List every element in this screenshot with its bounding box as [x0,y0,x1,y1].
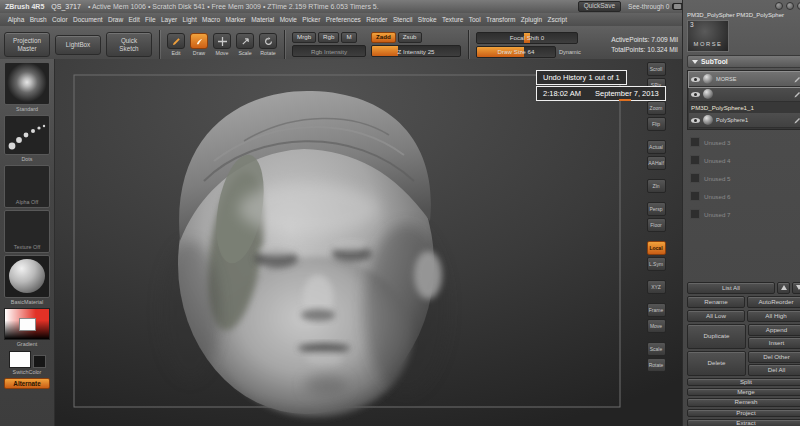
delete-button[interactable]: Delete [687,351,746,376]
unused-slot-row[interactable]: Unused 5 [687,169,800,187]
draw-size-slider[interactable]: Draw Size 64 [476,46,556,58]
insert-button[interactable]: Insert [748,337,800,349]
menu-item[interactable]: Texture [439,16,466,23]
menu-item[interactable]: Preferences [323,16,363,23]
z-intensity-slider[interactable]: Z Intensity 25 [371,45,461,57]
zadd-button[interactable]: Zadd [371,32,396,43]
subtool-up-button[interactable] [777,282,790,294]
menu-item[interactable]: Material [248,16,277,23]
visibility-eye-icon[interactable] [691,76,700,83]
edit-mode-control[interactable]: Edit [167,33,185,56]
rotate-arrow-icon[interactable] [259,33,277,49]
quicksave-button[interactable]: QuickSave [578,1,621,12]
alternate-button[interactable]: Alternate [4,378,50,389]
color-picker[interactable] [4,308,50,340]
right-shelf-button[interactable]: Zoom [647,101,666,115]
paint-pen-icon[interactable] [794,117,800,124]
m-button[interactable]: M [341,32,356,43]
subtool-section-header[interactable]: SubTool [687,55,800,68]
right-shelf-button[interactable]: ZIn [647,179,666,193]
append-button[interactable]: Append [748,324,800,336]
scale-arrow-icon[interactable] [236,33,254,49]
right-shelf-button[interactable]: Scale [647,342,666,356]
subtool-row-selected[interactable]: MORSE [689,72,800,87]
menu-item[interactable]: Render [364,16,391,23]
menu-item[interactable]: File [142,16,158,23]
rgb-button[interactable]: Rgb [318,32,339,43]
merge-button[interactable]: Merge [687,388,800,396]
visibility-eye-icon[interactable] [691,91,700,98]
menu-item[interactable]: Stencil [390,16,415,23]
menu-item[interactable]: Zplugin [518,16,545,23]
move-arrows-icon[interactable] [213,33,231,49]
paint-pen-icon[interactable] [794,91,800,98]
right-shelf-button[interactable]: Actual [647,140,666,154]
menu-item[interactable]: Marker [223,16,249,23]
right-shelf-button[interactable]: Persp [647,202,666,216]
current-material-thumbnail[interactable] [4,255,50,298]
lightbox-button[interactable]: LightBox [55,35,101,55]
menu-item[interactable]: Document [70,16,105,23]
right-shelf-button[interactable]: L.Sym [647,257,666,271]
current-brush-thumbnail[interactable] [4,62,50,105]
del-other-button[interactable]: Del Other [748,351,800,363]
remesh-button[interactable]: Remesh [687,398,800,406]
unused-slot-row[interactable]: Unused 3 [687,133,800,151]
right-shelf-button[interactable]: Rotate [647,358,666,372]
color-picker-inner-swatch[interactable] [19,318,36,331]
right-shelf-button[interactable]: XYZ [647,280,666,294]
main-color-swatch[interactable] [9,351,31,368]
zsub-button[interactable]: Zsub [398,32,422,43]
menu-item[interactable]: Alpha [5,16,27,23]
document-canvas[interactable] [54,59,682,426]
extract-button[interactable]: Extract [687,419,800,426]
menu-item[interactable]: Macro [199,16,222,23]
menu-item[interactable]: Transform [483,16,518,23]
draw-brush-icon[interactable] [190,33,208,49]
right-shelf-button[interactable]: AAHalf [647,156,666,170]
rename-button[interactable]: Rename [687,296,745,308]
projection-master-button[interactable]: Projection Master [4,32,50,57]
right-shelf-button[interactable]: Frame [647,303,666,317]
right-shelf-button[interactable]: Local [647,241,666,255]
scale-mode-control[interactable]: Scale [236,33,254,56]
current-stroke-thumbnail[interactable] [4,115,50,155]
edit-pencil-icon[interactable] [167,33,185,49]
draw-mode-control[interactable]: Draw [190,33,208,56]
menu-item[interactable]: Brush [27,16,49,23]
list-all-button[interactable]: List All [687,282,775,294]
see-through-handle[interactable] [674,4,681,9]
unused-slot-row[interactable]: Unused 6 [687,187,800,205]
split-button[interactable]: Split [687,378,800,386]
right-shelf-button[interactable]: Floor [647,218,666,232]
duplicate-button[interactable]: Duplicate [687,324,746,349]
right-shelf-button[interactable]: Flip [647,117,666,131]
menu-item[interactable]: Edit [126,16,143,23]
all-high-button[interactable]: All High [747,310,800,322]
switchcolor-label[interactable]: SwitchColor [13,370,42,376]
mrgb-button[interactable]: Mrgb [292,32,316,43]
menu-item[interactable]: Tool [466,16,483,23]
del-all-button[interactable]: Del All [748,364,800,376]
rgb-intensity-slider[interactable]: Rgb Intensity [292,45,366,57]
current-texture-thumbnail[interactable]: Texture Off [4,210,50,253]
unused-slot-row[interactable]: Unused 7 [687,205,800,223]
right-shelf-button[interactable]: Move [647,319,666,333]
autoreorder-button[interactable]: AutoReorder [747,296,800,308]
menu-item[interactable]: Color [49,16,70,23]
menu-item[interactable]: Movie [277,16,300,23]
current-alpha-thumbnail[interactable]: Alpha Off [4,165,50,208]
menu-item[interactable]: Layer [158,16,180,23]
menu-item[interactable]: Light [180,16,199,23]
subtool-row-polysphere[interactable]: PolySphere1 [689,113,800,128]
project-button[interactable]: Project [687,409,800,417]
rotate-mode-control[interactable]: Rotate [259,33,277,56]
secondary-color-swatch[interactable] [33,355,46,368]
sculpt-head-3d-view[interactable] [54,59,682,426]
visibility-eye-icon[interactable] [691,117,700,124]
menu-item[interactable]: Draw [105,16,126,23]
current-tool-thumbnail[interactable]: 3 MORSE [687,20,729,52]
menu-item[interactable]: Picker [300,16,323,23]
quick-sketch-button[interactable]: Quick Sketch [106,32,152,57]
panel-menu-icon[interactable] [775,2,783,10]
